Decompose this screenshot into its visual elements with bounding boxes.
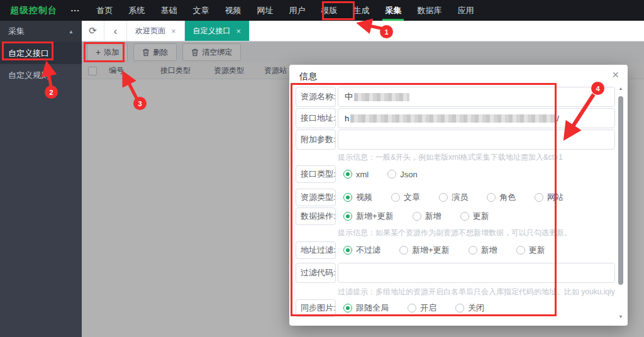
nav-item-collect[interactable]: 采集 <box>382 0 404 21</box>
scrollbar-thumb[interactable] <box>618 96 623 285</box>
tab-welcome[interactable]: 欢迎页面 × <box>127 21 185 41</box>
redacted-value <box>354 93 409 101</box>
tab-label: 自定义接口 <box>193 26 231 36</box>
radio-option-article[interactable]: 文章 <box>391 192 420 203</box>
data-op-options: 新增+更新 新增 更新 <box>343 211 508 222</box>
form-row-resource-type: 资源类型: 视频 文章 演员 角色 网站 <box>296 190 615 205</box>
form-row-filter-code: 过滤代码: <box>296 263 615 283</box>
form-row-sync-pic: 同步图片: 跟随全局 开启 关闭 <box>296 301 615 316</box>
more-menu-icon[interactable]: ••• <box>71 8 80 13</box>
radio-option-update[interactable]: 更新 <box>516 245 545 256</box>
radio-option-add-update[interactable]: 新增+更新 <box>399 245 450 256</box>
sidebar: 采集 ▲ 自定义接口 自定义规则 <box>0 21 82 337</box>
sidebar-group-header[interactable]: 采集 ▲ <box>0 21 82 42</box>
redacted-prefix: 中 <box>345 91 353 102</box>
api-url-input[interactable]: h / <box>338 108 615 128</box>
nav-item-user[interactable]: 用户 <box>286 0 308 21</box>
scroll-up-icon[interactable]: ▲ <box>619 86 623 91</box>
hint-extra-params: 提示信息：一般&开头，例如老版xml格式采集下载地址需加入&ct=1 <box>338 152 615 163</box>
back-button[interactable]: ‹ <box>104 21 127 41</box>
app-logo: 超级控制台 <box>10 5 57 16</box>
hint-filter: 过滤提示：多组地址的资源开启白名单后只会入库指定代码的地址。比如 youku,i… <box>338 287 615 297</box>
radio-option-follow-global[interactable]: 跟随全局 <box>343 302 389 314</box>
close-icon[interactable]: × <box>171 26 176 36</box>
radio-icon <box>391 193 400 202</box>
form-row-data-op: 数据操作: 新增+更新 新增 更新 <box>296 209 615 224</box>
nav-item-database[interactable]: 数据库 <box>414 0 444 21</box>
sidebar-item-custom-rule[interactable]: 自定义规则 <box>0 64 82 86</box>
radio-icon <box>460 212 469 221</box>
nav-item-home[interactable]: 首页 <box>94 0 115 21</box>
field-label: 附加参数: <box>296 130 336 150</box>
close-icon[interactable]: × <box>236 26 242 36</box>
tab-custom-api[interactable]: 自定义接口 × <box>185 21 250 41</box>
nav-item-app[interactable]: 应用 <box>455 0 476 21</box>
radio-icon <box>413 212 421 221</box>
radio-option-on[interactable]: 开启 <box>408 302 436 314</box>
radio-icon <box>343 170 352 179</box>
radio-option-video[interactable]: 视频 <box>343 192 372 203</box>
radio-option-no-filter[interactable]: 不过滤 <box>343 245 380 256</box>
nav-item-article[interactable]: 文章 <box>190 0 211 21</box>
filter-code-input[interactable] <box>338 263 615 283</box>
api-type-options: xml Json <box>343 170 436 179</box>
radio-option-xml[interactable]: xml <box>343 170 369 179</box>
field-label: 过滤代码: <box>296 263 336 283</box>
form-row-resource-name: 资源名称: 中 <box>296 87 615 107</box>
refresh-icon: ⟳ <box>89 25 97 36</box>
radio-option-role[interactable]: 角色 <box>487 192 516 203</box>
top-navbar: 超级控制台 ••• 首页 系统 基础 文章 视频 网址 用户 模版 生成 采集 … <box>0 0 644 21</box>
nav-item-website[interactable]: 网址 <box>254 0 275 21</box>
dialog-scrollbar: ▲ ▼ <box>618 86 624 319</box>
main-menu: 首页 系统 基础 文章 视频 网址 用户 模版 生成 采集 数据库 应用 <box>94 0 476 21</box>
nav-item-template[interactable]: 模版 <box>318 0 340 21</box>
resource-type-options: 视频 文章 演员 角色 网站 <box>343 192 582 203</box>
nav-item-system[interactable]: 系统 <box>126 0 147 21</box>
form-row-api-url: 接口地址: h / <box>296 108 615 128</box>
field-label: 接口地址: <box>296 108 336 128</box>
radio-icon <box>516 246 525 255</box>
field-label: 资源名称: <box>296 87 336 107</box>
field-label: 接口类型: <box>296 165 336 183</box>
field-label: 同步图片: <box>296 299 336 317</box>
nav-item-video[interactable]: 视频 <box>222 0 243 21</box>
app-window: 超级控制台 ••• 首页 系统 基础 文章 视频 网址 用户 模版 生成 采集 … <box>0 0 644 337</box>
radio-icon <box>343 246 352 255</box>
dialog-title: 信息 <box>299 71 317 82</box>
radio-option-actor[interactable]: 演员 <box>439 192 468 203</box>
hint-data-op: 提示信息：如果某个资源作为副资源不想新增数据，可以只勾选更新。 <box>338 228 615 238</box>
dialog-form: 资源名称: 中 接口地址: h / 附加参数: 提示信息：一般&开头，例如老版x… <box>296 85 615 316</box>
scroll-down-icon[interactable]: ▼ <box>619 314 623 319</box>
extra-params-input[interactable] <box>338 130 615 150</box>
radio-icon <box>399 246 408 255</box>
sidebar-item-custom-api[interactable]: 自定义接口 <box>0 42 82 64</box>
radio-icon <box>343 212 352 221</box>
resource-name-input[interactable]: 中 <box>338 87 615 107</box>
form-row-api-type: 接口类型: xml Json <box>296 167 615 182</box>
radio-option-json[interactable]: Json <box>387 170 417 179</box>
radio-option-off[interactable]: 关闭 <box>455 302 484 314</box>
refresh-button[interactable]: ⟳ <box>82 21 104 41</box>
radio-option-add-update[interactable]: 新增+更新 <box>343 211 394 222</box>
close-icon[interactable]: × <box>612 69 619 82</box>
form-row-addr-filter: 地址过滤: 不过滤 新增+更新 新增 更新 <box>296 243 615 258</box>
redacted-value <box>350 114 555 123</box>
collapse-icon[interactable]: ▲ <box>69 29 74 35</box>
scrollbar-track[interactable] <box>618 91 623 314</box>
info-dialog: 信息 × 资源名称: 中 接口地址: h / 附加参数: <box>289 65 628 326</box>
sidebar-group-title: 采集 <box>8 26 25 37</box>
tab-label: 欢迎页面 <box>135 26 165 36</box>
addr-filter-options: 不过滤 新增+更新 新增 更新 <box>343 245 564 256</box>
radio-option-update[interactable]: 更新 <box>460 211 489 222</box>
radio-icon <box>343 193 352 202</box>
field-label: 数据操作: <box>296 207 336 225</box>
redacted-prefix: h <box>345 114 349 123</box>
radio-option-site[interactable]: 网站 <box>535 192 564 203</box>
nav-item-basic[interactable]: 基础 <box>158 0 179 21</box>
radio-icon <box>439 193 448 202</box>
radio-option-add[interactable]: 新增 <box>413 211 441 222</box>
radio-icon <box>469 246 477 255</box>
sync-pic-options: 跟随全局 开启 关闭 <box>343 302 503 314</box>
radio-option-add[interactable]: 新增 <box>469 245 497 256</box>
nav-item-generate[interactable]: 生成 <box>350 0 372 21</box>
